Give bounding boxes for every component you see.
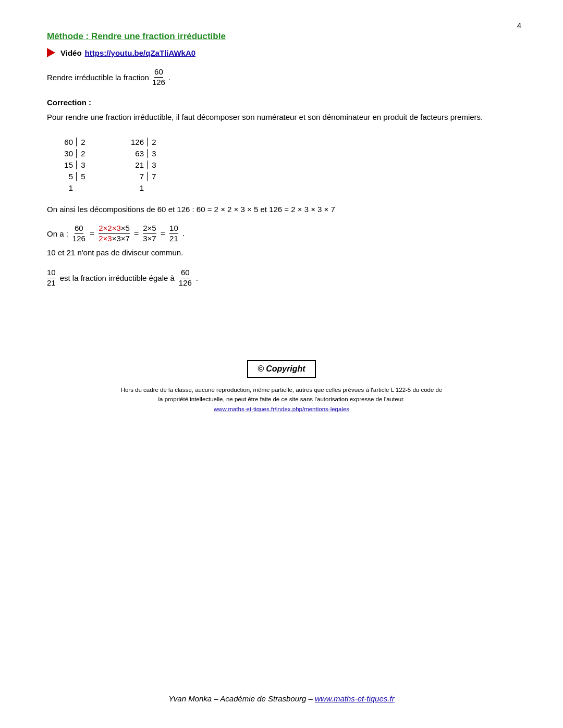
frac-10-21: 10 21 <box>169 224 178 243</box>
copyright-section: © Copyright <box>47 360 516 378</box>
factor-num: 15 <box>57 161 76 169</box>
factor-row: 7 7 <box>128 170 157 182</box>
footer-text: Yvan Monka – Académie de Strasbourg – <box>168 694 313 703</box>
concl-frac-10-21: 10 21 <box>47 268 56 287</box>
correction-title: Correction : <box>47 98 516 107</box>
play-icon <box>47 48 55 57</box>
factor-row: 126 2 <box>128 136 157 147</box>
factorization-tables: 60 2 30 2 15 3 5 5 1 126 <box>57 136 516 193</box>
concl-frac-60-126: 60 126 <box>179 268 192 287</box>
page-number: 4 <box>517 21 521 30</box>
factor-num: 7 <box>128 172 147 181</box>
factor-num: 126 <box>128 138 147 146</box>
video-link[interactable]: https://youtu.be/qZaTliAWkA0 <box>85 48 196 57</box>
methode-content: Rendre une fraction irréductible <box>89 31 226 41</box>
factor-div: 2 <box>76 138 87 146</box>
factor-num: 30 <box>57 149 76 158</box>
methode-title: Méthode : Rendre une fraction irréductib… <box>47 31 516 42</box>
copyright-symbol: © <box>258 364 264 374</box>
factor-div: 3 <box>147 149 157 158</box>
video-label: Vidéo <box>60 48 82 57</box>
intro-fraction-den: 126 <box>152 78 165 87</box>
legal-link[interactable]: www.maths-et-tiques.fr/index.php/mention… <box>214 406 349 412</box>
legal-text: Hors du cadre de la classe, aucune repro… <box>47 385 516 414</box>
concl-period: . <box>196 274 198 282</box>
frac-simplified: 2×5 3×7 <box>143 224 156 243</box>
footer-author: Yvan Monka – Académie de Strasbourg – ww… <box>0 694 563 703</box>
factor-row: 30 2 <box>57 147 87 159</box>
factor-num: 60 <box>57 138 76 146</box>
factor-row: 60 2 <box>57 136 87 147</box>
factor-row: 63 3 <box>128 147 157 159</box>
factor-div: 7 <box>147 172 157 181</box>
factor-div: 3 <box>76 161 87 169</box>
legal-text-line2: la propriété intellectuelle, ne peut êtr… <box>47 394 516 404</box>
ona-equation: On a : 60 126 = 2×2×3×5 2×3×3×7 = 2×5 3×… <box>47 224 516 243</box>
factor-num: 63 <box>128 149 147 158</box>
no-divisor-text: 10 et 21 n'ont pas de diviseur commun. <box>47 248 516 257</box>
factor-row: 1 <box>57 182 87 193</box>
decomp-line: On ainsi les décompositions de 60 et 126… <box>47 205 516 214</box>
factor-num: 21 <box>128 161 147 169</box>
video-line: Vidéo https://youtu.be/qZaTliAWkA0 <box>47 48 516 57</box>
correction-text: Pour rendre une fraction irréductible, i… <box>47 111 516 124</box>
factor-row: 21 3 <box>128 159 157 170</box>
frac-expanded: 2×2×3×5 2×3×3×7 <box>99 224 130 243</box>
factor-row: 5 5 <box>57 170 87 182</box>
factor-col-60: 60 2 30 2 15 3 5 5 1 <box>57 136 87 193</box>
factor-num: 1 <box>128 183 147 192</box>
factor-num: 1 <box>57 183 76 192</box>
legal-text-line1: Hors du cadre de la classe, aucune repro… <box>47 385 516 394</box>
factor-div: 2 <box>147 138 157 146</box>
factor-div: 3 <box>147 161 157 169</box>
copyright-badge: © Copyright <box>247 360 315 378</box>
frac-60-126: 60 126 <box>72 224 85 243</box>
footer-link[interactable]: www.maths-et-tiques.fr <box>315 694 395 703</box>
conclusion-line: 10 21 est la fraction irréductible égale… <box>47 268 516 287</box>
factor-num: 5 <box>57 172 76 181</box>
intro-fraction-num: 60 <box>154 68 163 78</box>
intro-fraction: 60 126 <box>152 68 165 87</box>
factor-row: 1 <box>128 182 157 193</box>
copyright-word: Copyright <box>266 364 305 374</box>
methode-label: Méthode : <box>47 31 89 41</box>
factor-col-126: 126 2 63 3 21 3 7 7 1 <box>128 136 157 193</box>
intro-text: Rendre irréductible la fraction <box>47 73 149 82</box>
factor-div: 2 <box>76 149 87 158</box>
factor-div: 5 <box>76 172 87 181</box>
factor-row: 15 3 <box>57 159 87 170</box>
intro-period: . <box>168 73 170 82</box>
concl-text: est la fraction irréductible égale à <box>60 274 175 282</box>
ona-prefix: On a : <box>47 229 68 238</box>
fraction-intro: Rendre irréductible la fraction 60 126 . <box>47 68 516 87</box>
